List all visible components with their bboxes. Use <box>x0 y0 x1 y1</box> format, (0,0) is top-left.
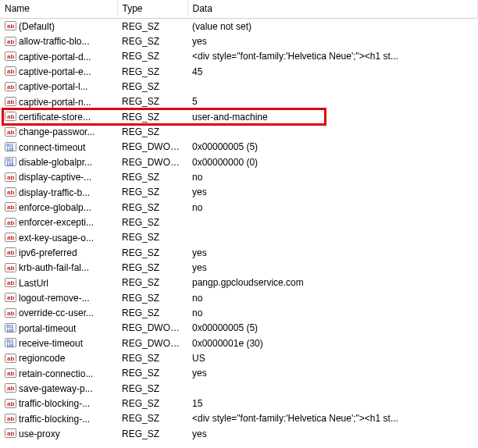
value-name-cell[interactable]: captive-portal-n... <box>0 94 117 109</box>
reg-string-icon <box>5 126 16 137</box>
value-name-cell[interactable]: captive-portal-e... <box>0 64 117 79</box>
value-name-cell[interactable]: logout-remove-... <box>0 290 117 305</box>
table-row[interactable]: retain-connectio...REG_SZyes <box>0 366 478 381</box>
value-type: REG_SZ <box>117 124 187 139</box>
value-data: <div style="font-family:'Helvetica Neue'… <box>187 411 478 426</box>
value-name-cell[interactable]: certificate-store... <box>0 109 117 124</box>
table-row[interactable]: LastUrlREG_SZpangp.gpcloudservice.com <box>0 276 478 290</box>
table-row[interactable]: captive-portal-d...REG_SZ<div style="fon… <box>0 49 478 64</box>
table-row[interactable]: (Default)REG_SZ(value not set) <box>0 19 478 34</box>
value-data <box>187 230 478 245</box>
value-name-cell[interactable]: LastUrl <box>0 276 117 290</box>
value-type: REG_SZ <box>117 426 187 441</box>
value-name-cell[interactable]: change-passwor... <box>0 124 117 139</box>
value-name: traffic-blocking-... <box>19 413 90 424</box>
value-data: yes <box>187 366 478 381</box>
reg-string-icon <box>5 276 16 288</box>
value-name: receive-timeout <box>19 338 83 349</box>
value-type: REG_SZ <box>117 109 187 124</box>
table-row[interactable]: display-traffic-b...REG_SZyes <box>0 185 478 200</box>
column-header-data[interactable]: Data <box>187 0 478 19</box>
value-name-cell[interactable]: enforce-globalp... <box>0 200 117 215</box>
value-data: no <box>187 290 478 305</box>
reg-string-icon <box>5 186 16 197</box>
value-name-cell[interactable]: traffic-blocking-... <box>0 411 117 426</box>
value-name: display-captive-... <box>19 172 91 183</box>
value-data: (value not set) <box>187 19 478 34</box>
value-data: no <box>187 305 478 320</box>
table-row[interactable]: ipv6-preferredREG_SZyes <box>0 245 478 260</box>
value-name-cell[interactable]: traffic-blocking-... <box>0 396 117 411</box>
value-name: captive-portal-d... <box>19 51 91 62</box>
table-row[interactable]: display-captive-...REG_SZno <box>0 169 478 184</box>
table-row[interactable]: regioncodeREG_SZUS <box>0 350 478 365</box>
value-name-cell[interactable]: krb-auth-fail-fal... <box>0 260 117 275</box>
value-name-cell[interactable]: save-gateway-p... <box>0 381 117 396</box>
value-name: use-proxy <box>19 428 60 439</box>
value-type: REG_SZ <box>117 200 187 215</box>
table-row[interactable]: certificate-store...REG_SZuser-and-machi… <box>0 109 478 124</box>
table-row[interactable]: change-passwor...REG_SZ <box>0 124 478 139</box>
value-name: (Default) <box>19 21 55 32</box>
table-row[interactable]: disable-globalpr...REG_DWORD0x00000000 (… <box>0 155 478 169</box>
value-type: REG_DWORD <box>117 336 187 350</box>
table-row[interactable]: captive-portal-l...REG_SZ <box>0 79 478 94</box>
registry-table: Name Type Data (Default)REG_SZ(value not… <box>0 0 478 441</box>
table-row[interactable]: connect-timeoutREG_DWORD0x00000005 (5) <box>0 140 478 155</box>
value-data: 0x0000001e (30) <box>187 336 478 350</box>
table-row[interactable]: ext-key-usage-o...REG_SZ <box>0 230 478 245</box>
value-type: REG_SZ <box>117 94 187 109</box>
value-name-cell[interactable]: regioncode <box>0 350 117 365</box>
value-data: 15 <box>187 396 478 411</box>
value-type: REG_SZ <box>117 411 187 426</box>
table-row[interactable]: enforcer-excepti...REG_SZ <box>0 215 478 229</box>
value-data: yes <box>187 245 478 260</box>
reg-string-icon <box>5 367 16 379</box>
table-row[interactable]: captive-portal-e...REG_SZ45 <box>0 64 478 79</box>
table-row[interactable]: save-gateway-p...REG_SZ <box>0 381 478 396</box>
value-name-cell[interactable]: display-traffic-b... <box>0 185 117 200</box>
table-row[interactable]: override-cc-user...REG_SZno <box>0 305 478 320</box>
value-name-cell[interactable]: ipv6-preferred <box>0 245 117 260</box>
value-type: REG_DWORD <box>117 140 187 155</box>
table-row[interactable]: logout-remove-...REG_SZno <box>0 290 478 305</box>
value-name-cell[interactable]: enforcer-excepti... <box>0 215 117 229</box>
column-header-name[interactable]: Name <box>0 0 117 19</box>
value-name-cell[interactable]: connect-timeout <box>0 140 117 155</box>
value-name-cell[interactable]: portal-timeout <box>0 321 117 336</box>
value-data <box>187 215 478 229</box>
table-row[interactable]: traffic-blocking-...REG_SZ15 <box>0 396 478 411</box>
value-data <box>187 124 478 139</box>
value-name-cell[interactable]: retain-connectio... <box>0 366 117 381</box>
value-name-cell[interactable]: use-proxy <box>0 426 117 441</box>
reg-string-icon <box>5 80 16 92</box>
value-type: REG_SZ <box>117 215 187 229</box>
value-data: no <box>187 169 478 184</box>
table-row[interactable]: traffic-blocking-...REG_SZ<div style="fo… <box>0 411 478 426</box>
value-type: REG_SZ <box>117 381 187 396</box>
reg-string-icon <box>5 231 16 243</box>
value-name-cell[interactable]: disable-globalpr... <box>0 155 117 169</box>
value-name: LastUrl <box>19 277 48 288</box>
table-row[interactable]: portal-timeoutREG_DWORD0x00000005 (5) <box>0 321 478 336</box>
value-name-cell[interactable]: allow-traffic-blo... <box>0 34 117 48</box>
table-row[interactable]: krb-auth-fail-fal...REG_SZyes <box>0 260 478 275</box>
table-row[interactable]: receive-timeoutREG_DWORD0x0000001e (30) <box>0 336 478 350</box>
value-name-cell[interactable]: display-captive-... <box>0 169 117 184</box>
value-name-cell[interactable]: (Default) <box>0 19 117 34</box>
table-row[interactable]: allow-traffic-blo...REG_SZyes <box>0 34 478 48</box>
value-type: REG_SZ <box>117 19 187 34</box>
reg-string-icon <box>5 397 16 409</box>
column-header-type[interactable]: Type <box>117 0 187 19</box>
value-name-cell[interactable]: override-cc-user... <box>0 305 117 320</box>
value-name-cell[interactable]: captive-portal-d... <box>0 49 117 64</box>
table-row[interactable]: use-proxyREG_SZyes <box>0 426 478 441</box>
value-name-cell[interactable]: captive-portal-l... <box>0 79 117 94</box>
value-type: REG_SZ <box>117 185 187 200</box>
value-name-cell[interactable]: ext-key-usage-o... <box>0 230 117 245</box>
value-data: <div style="font-family:'Helvetica Neue'… <box>187 49 478 64</box>
value-name-cell[interactable]: receive-timeout <box>0 336 117 350</box>
table-row[interactable]: captive-portal-n...REG_SZ5 <box>0 94 478 109</box>
table-row[interactable]: enforce-globalp...REG_SZno <box>0 200 478 215</box>
value-type: REG_SZ <box>117 305 187 320</box>
